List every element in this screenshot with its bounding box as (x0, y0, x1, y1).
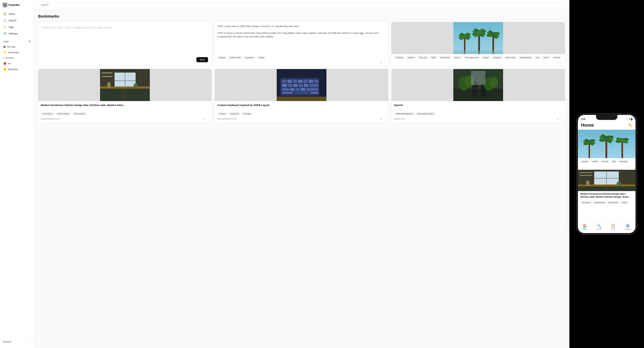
search-icon: 🔍 (3, 19, 7, 22)
page-title: Bookmarks (38, 14, 565, 19)
phone-tag-blue-sky[interactable]: blue sky (600, 160, 610, 163)
user-menu-button[interactable]: ··· (28, 340, 30, 343)
recipe-step2: STEP 2 Using an electric whisk beat 110g… (217, 31, 386, 38)
svg-rect-79 (606, 139, 607, 158)
svg-point-33 (107, 82, 111, 88)
tag-keyboard[interactable]: keyboard (228, 112, 240, 115)
tag-baking[interactable]: baking (217, 56, 227, 59)
sidebar-item-tags[interactable]: 🏷️ Tags (2, 24, 32, 30)
phone-mockup: 4:43 ··· ▾ ▓ Home ✏️ (576, 113, 637, 235)
tag-buttercream[interactable]: buttercream (228, 56, 242, 59)
tag-airplane[interactable]: airplane (394, 56, 405, 59)
sidebar-item-home[interactable]: 🏠 Home (2, 11, 32, 17)
tag-cupcakes[interactable]: cupcakes (244, 56, 256, 59)
more-button[interactable]: ··· (384, 117, 386, 120)
tag-nature[interactable]: nature (481, 56, 490, 59)
svg-rect-35 (102, 73, 112, 73)
svg-rect-90 (594, 178, 619, 179)
svg-rect-50 (309, 84, 318, 87)
svg-rect-45 (282, 84, 287, 87)
phone-more-button[interactable]: ··· (631, 165, 633, 168)
tag-travel[interactable]: travel (542, 56, 550, 59)
settings-icon: ⚙️ (3, 32, 7, 35)
tag-interiordesign[interactable]: interiordesign (56, 112, 72, 115)
recipe-card-body: STEP 1 Heat oven to 180C/160C fan/gas 4 … (215, 22, 388, 54)
recipe-tags: baking buttercream cupcakes recipe (217, 56, 386, 59)
sidebar-item-archive[interactable]: ▪ Archive (0, 55, 34, 61)
tag-flight[interactable]: flight (430, 56, 438, 59)
tag-palm-trees[interactable]: palm trees (504, 56, 517, 59)
openai-title: OpenAI (394, 104, 562, 107)
expand-button[interactable]: ⤢ (557, 61, 559, 64)
tag-tropical[interactable]: tropical (552, 56, 562, 59)
paste-card: Paste a link, write a note or drag and d… (38, 22, 212, 66)
more-button[interactable]: ··· (560, 61, 562, 64)
tag-photography[interactable]: photography (518, 56, 533, 59)
tag-recipe[interactable]: recipe (257, 56, 266, 59)
phone-tag-airplane[interactable]: airplane (580, 160, 590, 163)
save-button[interactable]: Save (196, 57, 208, 62)
tag-aviation[interactable]: aviation (406, 56, 416, 59)
expand-button[interactable]: ⤢ (557, 117, 559, 120)
more-button[interactable]: ··· (560, 117, 562, 120)
tag-homedecor[interactable]: homedecor (41, 112, 54, 115)
phone-nav-search[interactable]: 🔍 Search (596, 224, 602, 230)
palm-card-image: ✈ ✈ (392, 22, 565, 54)
phone-tag-landscape[interactable]: landscape (618, 160, 629, 163)
sidebar-item-search[interactable]: 🔍 Search (2, 17, 32, 24)
phone-tag-interiordesign[interactable]: interiordesign (593, 201, 606, 204)
tag-leisure[interactable]: leisure (452, 56, 462, 59)
logo-icon (3, 3, 7, 7)
tag-outdoors[interactable]: outdoors (492, 56, 503, 59)
tag-low-angle[interactable]: low angle view (463, 56, 480, 59)
sidebar-item-watchlist[interactable]: 🟡 Watchlist (0, 66, 34, 72)
tag-landscape[interactable]: landscape (438, 56, 451, 59)
tag-custom[interactable]: custom (217, 112, 228, 115)
expand-button[interactable]: ⤢ (380, 117, 382, 120)
more-button[interactable]: ··· (207, 117, 209, 120)
keyboard-card-footer: www.pinterest.co.uk ⤢ ··· (215, 116, 388, 122)
main-body: Bookmarks Paste a link, write a note or … (34, 10, 569, 348)
phone-bottom-nav: 🏠 Home 🔍 Search 📋 Lists ⚙️ Settings (578, 222, 636, 233)
tag-generative[interactable]: generativemodels (416, 112, 436, 115)
sidebar-item-favourites[interactable]: ⭐ Favourites (0, 50, 34, 55)
phone-nav-settings[interactable]: ⚙️ Settings (624, 224, 631, 230)
openai-card-body: OpenAI (392, 101, 565, 110)
phone-kitchen-title: Modern Farmhouse Kitchen Design Idea | K… (580, 193, 633, 199)
phone-section: 4:43 ··· ▾ ▓ Home ✏️ (569, 0, 644, 348)
sidebar-label-art: Art (8, 62, 11, 65)
main-header (34, 0, 569, 10)
keyboard-card: Custom Keyboard Inspired by HHKB Layout … (215, 69, 388, 122)
phone-nav-home[interactable]: 🏠 Home (582, 224, 587, 230)
tag-kitchenstyle[interactable]: kitchenstyle (72, 112, 87, 115)
svg-rect-47 (293, 84, 298, 87)
bookmarks-grid: Paste a link, write a note or drag and d… (38, 22, 565, 122)
phone-tag-homedecor[interactable]: homedecor (580, 201, 592, 204)
phone-tag-kitchenstyle[interactable]: kitchenstyle (607, 201, 619, 204)
recipe-actions: ⤢ ··· (380, 61, 386, 64)
svg-rect-30 (127, 87, 150, 101)
more-button[interactable]: ··· (384, 61, 386, 64)
tag-ai[interactable]: artificialintelligence (394, 112, 415, 115)
phone-star-button[interactable]: ☆ (626, 165, 629, 168)
phone-tag-aviation[interactable]: aviation (590, 160, 600, 163)
palm-card: ✈ ✈ (391, 22, 565, 66)
sidebar-item-art[interactable]: 🟤 Art (0, 61, 34, 66)
sidebar-item-all-lists[interactable]: ▦ All Lists (0, 44, 34, 50)
tag-sky[interactable]: sky (534, 56, 541, 59)
svg-rect-97 (580, 172, 592, 173)
sidebar-item-settings[interactable]: ⚙️ Settings (2, 31, 32, 37)
expand-button[interactable]: ⤢ (380, 61, 382, 64)
svg-rect-2 (4, 5, 5, 6)
add-list-button[interactable]: + (28, 40, 30, 43)
phone-edit-button[interactable]: ✏️ (628, 123, 632, 127)
phone-kitchen-image (578, 170, 636, 191)
svg-rect-51 (282, 88, 289, 91)
phone-tag-modern[interactable]: modern (620, 201, 629, 204)
tag-blue-sky[interactable]: blue sky (418, 56, 428, 59)
search-input[interactable] (38, 2, 565, 8)
tag-keycaps[interactable]: keycaps (242, 112, 252, 115)
expand-button[interactable]: ⤢ (204, 117, 206, 120)
phone-nav-lists[interactable]: 📋 Lists (611, 224, 616, 230)
phone-tag-flight[interactable]: flight (610, 160, 617, 163)
